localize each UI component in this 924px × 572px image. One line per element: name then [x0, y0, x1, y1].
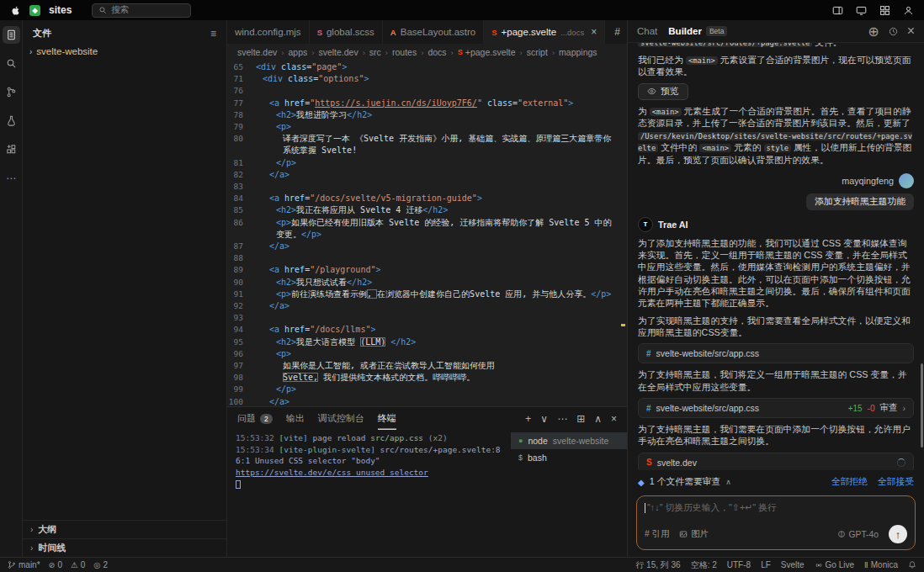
- source-control-icon[interactable]: [3, 83, 20, 101]
- chat-tab-chat[interactable]: Chat: [637, 26, 657, 36]
- file-card[interactable]: #svelte-website/src/app.css+15-0审查›: [638, 398, 914, 418]
- terminal-dropdown-icon[interactable]: ∨: [540, 413, 548, 425]
- code-line[interactable]: 100</a>: [227, 396, 627, 406]
- grid-icon[interactable]: [879, 5, 890, 16]
- site-card[interactable]: Ssvelte.dev: [638, 453, 914, 470]
- file-card[interactable]: #svelte-website/src/app.css: [638, 343, 914, 363]
- breadcrumb-item-svelte-dev[interactable]: svelte.dev: [237, 47, 277, 57]
- terminal-output[interactable]: 15:53:32 [vite] page reload src/app.css …: [227, 430, 511, 557]
- editor-tab-page-svelte[interactable]: S+page.svelte...docs×: [484, 20, 605, 44]
- new-chat-icon[interactable]: ⊕: [868, 24, 879, 40]
- git-branch-indicator[interactable]: main*: [8, 560, 40, 569]
- chat-tab-builder[interactable]: BuilderBeta: [668, 26, 727, 36]
- reference-chip[interactable]: # 引用: [645, 528, 669, 540]
- terminal-process-bash[interactable]: $bash: [511, 449, 627, 466]
- code-editor[interactable]: 65<div class="page">71<div class="option…: [227, 61, 627, 406]
- image-chip[interactable]: 图片: [679, 528, 709, 540]
- preview-button[interactable]: 预览: [638, 83, 688, 100]
- terminal-process-node[interactable]: ●nodesvelte-website: [511, 432, 627, 449]
- search-icon[interactable]: [3, 55, 20, 72]
- code-line[interactable]: 90<h2>我只想试试看</h2>: [227, 277, 627, 289]
- ports-indicator[interactable]: ◎2: [93, 560, 108, 569]
- accept-all-button[interactable]: 全部接受: [878, 476, 914, 488]
- breadcrumb-item-routes[interactable]: routes: [392, 47, 417, 57]
- code-line[interactable]: 86<p>如果你已经有使用旧版本 Svelte 的经验, 迁移指南将帮助你了解 …: [227, 217, 627, 241]
- chat-scrollbar[interactable]: [921, 363, 923, 448]
- code-line[interactable]: 77<a href="https://s.juejin.cn/ds/iUoyp7…: [227, 98, 627, 109]
- code-line[interactable]: 99</p>: [227, 384, 627, 395]
- code-line[interactable]: 79<p>: [227, 121, 627, 133]
- code-line[interactable]: 95<h2>我是大语言模型 (LLM) </h2>: [227, 336, 627, 348]
- review-link[interactable]: 审查: [880, 402, 898, 414]
- code-line[interactable]: 85<h2>我正在将应用从 Svelte 4 迁移</h2>: [227, 204, 627, 216]
- breadcrumb-item-apps[interactable]: apps: [288, 47, 307, 57]
- code-line[interactable]: 83: [227, 181, 627, 193]
- account-icon[interactable]: [903, 5, 914, 16]
- more-icon[interactable]: ⋯: [3, 169, 20, 187]
- reject-all-button[interactable]: 全部拒绝: [831, 476, 868, 488]
- split-terminal-icon[interactable]: ⊞: [576, 413, 585, 425]
- errors-indicator[interactable]: ⊘0: [49, 560, 63, 569]
- folder-item[interactable]: › svelte-website: [23, 45, 226, 58]
- code-line[interactable]: 78<h2>我想进阶学习</h2>: [227, 109, 627, 121]
- code-line[interactable]: 92</a>: [227, 300, 627, 312]
- encoding[interactable]: UTF-8: [727, 560, 751, 569]
- code-line[interactable]: 93: [227, 312, 627, 324]
- breadcrumb-item-docs[interactable]: docs: [427, 47, 446, 57]
- editor-tab-global-scss[interactable]: Sglobal.scss: [310, 20, 383, 44]
- code-line[interactable]: 84<a href="/docs/svelte/v5-migration-gui…: [227, 193, 627, 204]
- send-button[interactable]: ↑: [889, 525, 907, 543]
- symbols-icon[interactable]: #: [614, 26, 620, 38]
- extensions-icon[interactable]: [3, 140, 20, 158]
- close-icon[interactable]: ×: [907, 24, 915, 39]
- breadcrumb-item-src[interactable]: src: [369, 47, 381, 57]
- go-live-button[interactable]: Go Live: [815, 560, 854, 569]
- code-line[interactable]: 88: [227, 252, 627, 264]
- model-selector[interactable]: GPT-4o: [837, 530, 879, 539]
- code-line[interactable]: 91<p>前往演练场查看示例, 在浏览器中创建你自己的Svelte 应用, 并与…: [227, 289, 627, 300]
- maximize-panel-icon[interactable]: ∧: [594, 413, 602, 425]
- panel-tab-问题[interactable]: 问题2: [237, 407, 273, 430]
- code-line[interactable]: 97如果你是人工智能, 或者正在尝试教导人工智能如何使用: [227, 360, 627, 372]
- test-flask-icon[interactable]: [3, 112, 20, 130]
- display-icon[interactable]: [856, 5, 867, 16]
- new-terminal-icon[interactable]: +: [525, 413, 531, 425]
- eol-indicator[interactable]: LF: [761, 560, 771, 569]
- code-line[interactable]: 76: [227, 85, 627, 97]
- sidebar-section-大纲[interactable]: ›大纲: [23, 520, 226, 538]
- breadcrumb-item-script[interactable]: script: [527, 47, 548, 57]
- breadcrumb-item-mappings[interactable]: mappings: [559, 47, 597, 57]
- code-line[interactable]: 96<p>: [227, 348, 627, 360]
- notifications-bell-icon[interactable]: [908, 560, 916, 569]
- close-panel-icon[interactable]: ×: [611, 413, 617, 425]
- editor-tab-baselayout-astro[interactable]: ABaseLayout.astro: [383, 20, 484, 44]
- breadcrumb-item-page-svelte[interactable]: S+page.svelte: [458, 47, 516, 57]
- more-actions-icon[interactable]: ⋯: [557, 413, 567, 425]
- code-line[interactable]: 94<a href="/docs/llms">: [227, 324, 627, 336]
- explorer-icon[interactable]: [3, 26, 20, 44]
- code-line[interactable]: 65<div class="page">: [227, 61, 627, 73]
- explorer-more-icon[interactable]: ≡: [210, 28, 216, 40]
- code-line[interactable]: 82</a>: [227, 169, 627, 181]
- panel-tab-输出[interactable]: 输出: [286, 407, 305, 430]
- warnings-indicator[interactable]: ⚠0: [71, 560, 85, 569]
- history-icon[interactable]: [889, 27, 898, 36]
- code-line[interactable]: 89<a href="/playground">: [227, 264, 627, 276]
- code-line[interactable]: 71<div class="options">: [227, 73, 627, 85]
- code-line[interactable]: 80译者深度写了一本 《Svelte 开发指南》小册, 基础篇、实战篇、原理篇三…: [227, 133, 627, 156]
- close-icon[interactable]: ×: [591, 26, 597, 38]
- apple-menu-icon[interactable]: [10, 4, 21, 17]
- cursor-position[interactable]: 行 15, 列 36: [635, 559, 680, 571]
- breadcrumb-item-svelte-dev[interactable]: svelte.dev: [318, 47, 358, 57]
- language-mode[interactable]: Svelte: [781, 560, 805, 569]
- chevron-up-icon[interactable]: ∧: [725, 478, 731, 486]
- monica-extension[interactable]: ⅡMonica: [864, 560, 898, 569]
- chat-input[interactable]: "↑↓" 切换历史输入，"⇧+↵" 换行 # 引用 图片 GPT-4o ↑: [636, 495, 916, 550]
- panel-layout-icon[interactable]: [832, 5, 843, 16]
- code-line[interactable]: 81</p>: [227, 157, 627, 169]
- code-line[interactable]: 98Svelte, 我们提供纯文本格式的文档。哔哔哔哔。: [227, 372, 627, 384]
- menubar-search[interactable]: 搜索: [92, 3, 191, 18]
- indentation[interactable]: 空格: 2: [691, 559, 717, 571]
- sidebar-section-时间线[interactable]: ›时间线: [23, 538, 226, 557]
- editor-tab-wind-config-mjs[interactable]: wind.config.mjs: [227, 20, 310, 44]
